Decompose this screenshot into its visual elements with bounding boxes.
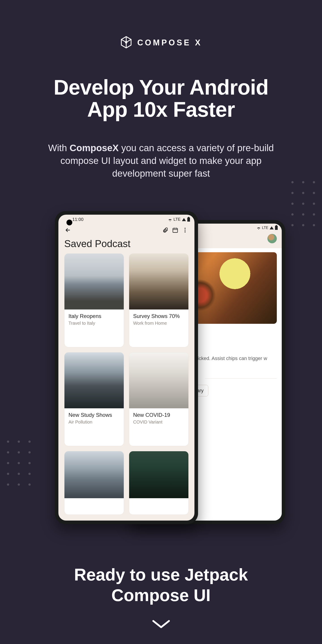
podcast-title: Survey Shows 70% [133, 313, 184, 319]
wifi-icon [168, 218, 172, 222]
hero-sub-bold: ComposeX [70, 143, 119, 153]
section-title-line2: Compose UI [111, 586, 211, 605]
status-time: 11:00 [72, 217, 84, 222]
signal-icon [182, 218, 186, 221]
svg-point-4 [185, 230, 186, 231]
section-title: Ready to use Jetpack Compose UI [0, 564, 322, 605]
back-button[interactable] [63, 225, 73, 235]
phone-saved-podcast: 11:00 LTE [55, 211, 198, 524]
podcast-image [65, 254, 124, 310]
more-vertical-icon [182, 227, 188, 233]
podcast-image [129, 352, 188, 408]
hero-title: Develop Your Android App 10x Faster [0, 76, 322, 120]
hero-subtitle: With ComposeX you can access a variety o… [0, 142, 322, 180]
scroll-down-indicator[interactable] [0, 619, 322, 630]
hero-sub-before: With [48, 143, 70, 153]
svg-point-5 [185, 232, 186, 232]
brand-name: COMPOSE X [137, 38, 202, 48]
network-label: LTE [262, 226, 268, 230]
svg-point-3 [185, 228, 186, 229]
paperclip-icon [162, 227, 168, 233]
battery-icon [187, 218, 190, 222]
chevron-down-icon [151, 619, 171, 630]
podcast-subtitle: COVID Variant [133, 420, 184, 425]
calendar-button[interactable] [170, 225, 180, 235]
hero-title-line2: App 10x Faster [87, 98, 235, 121]
status-bar: 11:00 LTE [58, 215, 194, 223]
podcast-image [129, 451, 188, 498]
podcast-subtitle: Work from Home [133, 321, 184, 326]
podcast-card[interactable] [64, 451, 124, 515]
calendar-icon [172, 227, 178, 233]
podcast-subtitle: Air Pollution [69, 420, 120, 425]
podcast-card[interactable]: Survey Shows 70% Work from Home [129, 253, 189, 347]
toolbar [58, 223, 194, 238]
svg-rect-2 [173, 228, 178, 232]
podcast-card[interactable]: Italy Reopens Travel to Italy [64, 253, 124, 347]
hero-title-line1: Develop Your Android [54, 76, 268, 99]
podcast-grid: Italy Reopens Travel to Italy Survey Sho… [58, 253, 194, 520]
podcast-card[interactable]: New COVID-19 COVID Variant [129, 352, 189, 446]
overflow-button[interactable] [180, 225, 190, 235]
podcast-title: Italy Reopens [69, 313, 120, 319]
podcast-subtitle: Travel to Italy [69, 321, 120, 326]
podcast-title: New COVID-19 [133, 412, 184, 418]
brand-lockup: COMPOSE X [0, 36, 322, 50]
brand-logo-icon [120, 36, 133, 50]
podcast-card[interactable] [129, 451, 189, 515]
podcast-image [65, 352, 124, 408]
section-title-line1: Ready to use Jetpack [74, 565, 248, 584]
arrow-left-icon [65, 227, 71, 233]
phones-mockup: LTE Chip Progress ★ ★ 1,185 reviews n, T… [0, 211, 322, 531]
svg-point-0 [125, 41, 128, 44]
divider [205, 378, 277, 378]
podcast-card[interactable]: New Study Shows Air Pollution [64, 352, 124, 446]
network-label: LTE [173, 217, 181, 222]
podcast-image [129, 254, 188, 310]
attach-button[interactable] [160, 225, 170, 235]
signal-icon [270, 226, 274, 230]
page-title: Saved Podcast [58, 238, 194, 253]
avatar[interactable] [267, 234, 277, 243]
podcast-image [65, 451, 124, 498]
podcast-title: New Study Shows [69, 412, 120, 418]
wifi-icon [257, 226, 261, 230]
battery-icon [275, 226, 278, 230]
